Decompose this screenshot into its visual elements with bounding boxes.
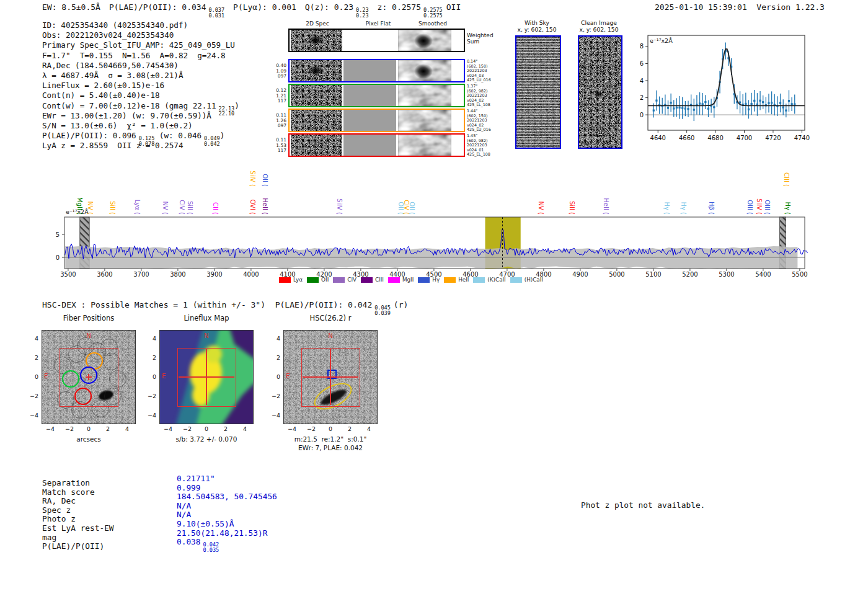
- x-tick-label: 5300: [719, 271, 734, 278]
- x-tick-label: −4: [161, 425, 175, 432]
- spec2d-row-left-labels: 0.111.53117: [270, 138, 286, 154]
- x-tick-label: 4: [120, 425, 135, 432]
- legend-swatch: [333, 277, 345, 283]
- smoothed-image: [398, 110, 451, 131]
- spec2d-row-left-labels: 0.111.26097: [270, 113, 286, 129]
- line-label: Lyα (: [134, 200, 141, 215]
- emission-spot: [308, 66, 323, 76]
- x-tick-label: 4680: [707, 135, 723, 141]
- line-label: SiIV (: [336, 198, 343, 215]
- spec2d-image: [291, 60, 342, 81]
- fiber-positions-panel: Fiber Positions420−2−4−4−2024arcsecsNE: [25, 310, 155, 453]
- data-point: [676, 107, 678, 109]
- legend-swatch: [473, 277, 485, 283]
- x-tick-label: 4: [361, 425, 376, 432]
- table-row-value: 0.999: [177, 484, 277, 493]
- spec2d-row: [288, 29, 465, 52]
- spec2d-row-left-labels: 0.121.21117: [270, 88, 286, 104]
- legend-label: CIV: [347, 277, 356, 283]
- legend-item: Lyα: [279, 277, 303, 283]
- smoothed-image: [398, 85, 451, 106]
- x-tick-label: 3500: [60, 271, 76, 278]
- cutout-xlabel-2: EWr: 7, PLAE: 0.042: [267, 444, 394, 451]
- legend-item: (K)CaII: [473, 277, 505, 283]
- north-label: N: [160, 332, 253, 339]
- y-tick-label: 6: [640, 60, 644, 67]
- y-tick-label: −2: [144, 393, 156, 399]
- y-tick-label: −4: [268, 412, 280, 419]
- legend-swatch: [307, 277, 319, 283]
- data-point: [753, 100, 755, 102]
- emission-spot: [308, 35, 323, 45]
- ew-value: EW: 8.5±0.5Å: [42, 2, 100, 12]
- line-label: SiII (: [187, 201, 193, 215]
- y-tick-label: 0: [144, 373, 156, 380]
- x-tick-label: 4900: [572, 271, 588, 278]
- info-line: ID: 4025354340 (4025354340.pdf): [42, 20, 239, 30]
- hsc-cutout-panel: HSC(26.2) r420−2−4−4−2024m:21.5 re:1.2" …: [267, 310, 397, 453]
- line-label: SiII (: [569, 201, 575, 215]
- legend-item: OII: [307, 277, 329, 283]
- legend-swatch: [388, 277, 400, 283]
- line-label: CIV (: [179, 200, 185, 215]
- table-row-label: Spec z: [42, 506, 114, 515]
- info-lines: ID: 4025354340 (4025354340.pdf)Obs: 2022…: [42, 20, 239, 101]
- line-label: OII (: [262, 174, 268, 187]
- legend-label: HeII: [458, 277, 469, 283]
- line-label: Hγ (: [663, 202, 670, 215]
- cutout-title: Lineflux Map: [160, 314, 253, 322]
- x-tick-label: 4700: [737, 135, 752, 141]
- table-row-value: N/A: [177, 502, 277, 511]
- line-label: NV (: [87, 202, 94, 215]
- data-point: [788, 100, 790, 102]
- y-tick-label: 0: [268, 373, 280, 380]
- pixel-flat-image: [343, 85, 396, 106]
- spec2d-row: [288, 133, 465, 157]
- with-sky-title: With Sky x, y: 602, 150: [509, 19, 565, 33]
- table-row-label: Photo z: [42, 515, 114, 524]
- spectrum-legend: LyαOIICIVCIIIMgIIHγHeII(K)CaII(H)CaII: [279, 277, 543, 283]
- timestamp-version: 2025-01-10 15:39:01 Version 1.22.3: [655, 2, 825, 12]
- legend-item: HeII: [444, 277, 469, 283]
- smoothed-image: [398, 60, 451, 81]
- data-point: [791, 103, 793, 105]
- table-row-label: Match score: [42, 488, 114, 497]
- table-row-label: P(LAE)/P(OII): [42, 542, 114, 551]
- legend-swatch: [418, 277, 430, 283]
- plae-poii-value: P(LAE)/P(OII): 0.034: [109, 2, 206, 12]
- data-point: [673, 107, 675, 109]
- x-tick-label: −2: [62, 425, 77, 432]
- legend-label: (K)CaII: [487, 277, 505, 283]
- qz-value: Q(z): 0.23: [305, 2, 353, 12]
- crosshair-horizontal: [303, 376, 358, 378]
- x-tick-label: −4: [43, 425, 58, 432]
- pixel-flat-image: [343, 30, 396, 51]
- data-point: [670, 102, 672, 104]
- east-label: E: [286, 373, 290, 380]
- spec2d-row-right-labels: 1.44"(602, 150)20221203v024_02425_LU_016: [467, 109, 497, 133]
- legend-label: (H)CaII: [525, 277, 543, 283]
- legend-item: CIV: [333, 277, 356, 283]
- info-line-plae: P(LAE)/P(OII): 0.0960.1250.078 (w: 0.046…: [42, 131, 239, 141]
- summary-header: EW: 8.5±0.5ÅP(LAE)/P(OII): 0.0340.0370.0…: [42, 2, 461, 18]
- table-row-label: RA, Dec: [42, 497, 114, 506]
- y-tick-label: 8: [640, 43, 644, 50]
- legend-swatch: [444, 277, 456, 283]
- info-line: LineFlux = 2.60(±0.15)e-16: [42, 81, 239, 91]
- legend-swatch: [361, 277, 373, 283]
- info-line: Primary Spec_Slot_IFU_AMP: 425_049_059_L…: [42, 40, 239, 50]
- data-point: [779, 102, 781, 104]
- y-tick-label: −2: [26, 393, 38, 399]
- info-line: Cont(n) = 5.40(±0.40)e-18: [42, 91, 239, 100]
- info-line: λ = 4687.49Å σ = 3.08(±0.21)Å: [42, 71, 239, 81]
- spec2d-image: [291, 110, 342, 131]
- elixer-report: EW: 8.5±0.5ÅP(LAE)/P(OII): 0.0340.0370.0…: [0, 0, 868, 591]
- legend-swatch: [510, 277, 522, 283]
- legend-label: Lyα: [293, 277, 303, 283]
- data-point: [713, 106, 715, 108]
- y-tick-label: −4: [26, 412, 38, 419]
- legend-item: CIII: [361, 277, 384, 283]
- y-tick-label: 2: [26, 354, 38, 361]
- table-row-value: N/A: [177, 510, 277, 520]
- y-tick-label: 4: [640, 78, 644, 84]
